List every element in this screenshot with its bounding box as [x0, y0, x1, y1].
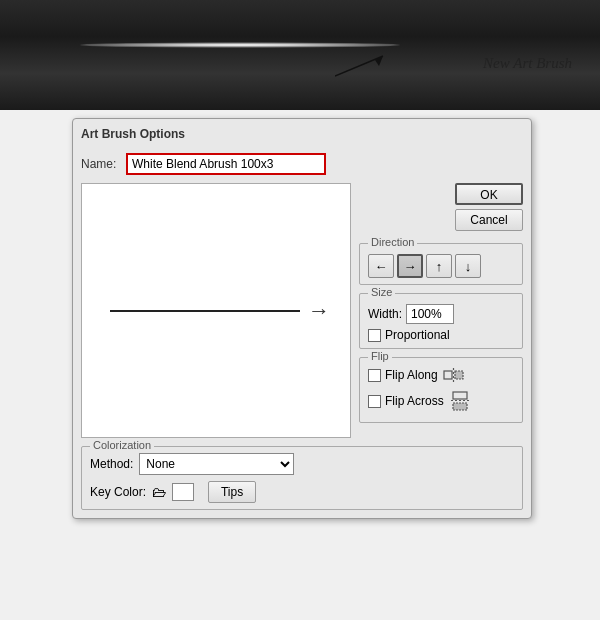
- name-input[interactable]: [126, 153, 326, 175]
- colorization-label: Colorization: [90, 439, 154, 451]
- size-label: Size: [368, 286, 395, 298]
- proportional-label: Proportional: [385, 328, 450, 342]
- name-row: Name:: [81, 153, 523, 175]
- brush-preview-area: New Art Brush: [0, 0, 600, 110]
- direction-buttons: ← → ↑ ↓: [368, 254, 514, 278]
- dialog-title: Art Brush Options: [81, 127, 523, 145]
- ok-cancel-group: OK Cancel: [359, 183, 523, 231]
- new-art-brush-label: New Art Brush: [483, 55, 572, 72]
- direction-left-button[interactable]: ←: [368, 254, 394, 278]
- proportional-row: Proportional: [368, 328, 514, 342]
- flip-label: Flip: [368, 350, 392, 362]
- direction-up-button[interactable]: ↑: [426, 254, 452, 278]
- flip-along-label: Flip Along: [385, 368, 438, 382]
- preview-stroke-line: [110, 310, 300, 312]
- method-label: Method:: [90, 457, 133, 471]
- method-select[interactable]: None Tints Tints and Shades Hue Shift: [139, 453, 294, 475]
- colorization-section: Colorization Method: None Tints Tints an…: [81, 446, 523, 510]
- proportional-checkbox[interactable]: [368, 329, 381, 342]
- flip-along-checkbox[interactable]: [368, 369, 381, 382]
- direction-section: Direction ← → ↑ ↓: [359, 243, 523, 285]
- name-label: Name:: [81, 157, 126, 171]
- direction-down-button[interactable]: ↓: [455, 254, 481, 278]
- tips-button[interactable]: Tips: [208, 481, 256, 503]
- color-swatch[interactable]: [172, 483, 194, 501]
- direction-right-button[interactable]: →: [397, 254, 423, 278]
- width-label: Width:: [368, 307, 402, 321]
- svg-rect-5: [453, 392, 467, 399]
- svg-rect-2: [444, 371, 452, 379]
- keycolor-row: Key Color: 🗁 Tips: [90, 481, 514, 503]
- flip-across-svg: [449, 391, 471, 411]
- cancel-button[interactable]: Cancel: [455, 209, 523, 231]
- svg-line-0: [335, 56, 383, 76]
- preview-arrow-right: →: [308, 298, 330, 324]
- flip-across-checkbox[interactable]: [368, 395, 381, 408]
- method-row: Method: None Tints Tints and Shades Hue …: [90, 453, 514, 475]
- flip-along-icon: [442, 364, 466, 386]
- svg-rect-3: [455, 371, 463, 379]
- flip-across-icon: [448, 390, 472, 412]
- right-panel: OK Cancel Direction ← → ↑ ↓ Size Width:: [359, 183, 523, 438]
- flip-along-row: Flip Along: [368, 364, 514, 386]
- brush-preview-box: →: [81, 183, 351, 438]
- width-input[interactable]: [406, 304, 454, 324]
- ok-button[interactable]: OK: [455, 183, 523, 205]
- key-color-label: Key Color:: [90, 485, 146, 499]
- new-brush-arrow: [335, 48, 395, 78]
- direction-label: Direction: [368, 236, 417, 248]
- flip-section: Flip Flip Along Flip Acro: [359, 357, 523, 423]
- flip-across-label: Flip Across: [385, 394, 444, 408]
- main-content: → OK Cancel Direction ← → ↑ ↓ Size: [81, 183, 523, 438]
- eyedropper-icon[interactable]: 🗁: [152, 484, 166, 500]
- art-brush-options-dialog: Art Brush Options Name: → OK Cancel Dire…: [72, 118, 532, 519]
- size-section: Size Width: Proportional: [359, 293, 523, 349]
- svg-rect-6: [453, 403, 467, 410]
- flip-along-svg: [443, 366, 465, 384]
- flip-across-row: Flip Across: [368, 390, 514, 412]
- size-row: Width:: [368, 304, 514, 324]
